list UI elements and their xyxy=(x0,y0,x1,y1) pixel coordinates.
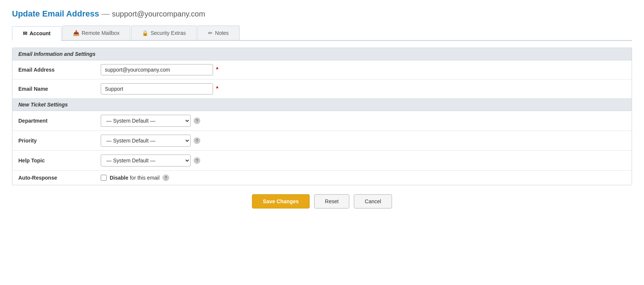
field-email-address: * xyxy=(101,64,218,75)
pencil-icon: ✏ xyxy=(208,30,213,36)
tab-remote-mailbox[interactable]: 📥 Remote Mailbox xyxy=(62,26,130,40)
tab-account[interactable]: ✉ Account xyxy=(12,26,61,41)
department-select[interactable]: — System Default — xyxy=(101,115,191,127)
section-header-email-info: Email Information and Settings xyxy=(12,48,632,60)
section-header-ticket-settings: New Ticket Settings xyxy=(12,99,632,111)
help-topic-select[interactable]: — System Default — xyxy=(101,154,191,166)
department-help-icon[interactable]: ? xyxy=(194,117,200,124)
form-container: Email Information and Settings Email Add… xyxy=(12,48,632,185)
tab-remote-mailbox-label: Remote Mailbox xyxy=(82,30,119,36)
reset-button[interactable]: Reset xyxy=(314,194,350,208)
tab-security-extras[interactable]: 🔒 Security Extras xyxy=(131,26,197,40)
email-subtitle: support@yourcompany.com xyxy=(112,10,205,18)
row-priority: Priority — System Default — ? xyxy=(12,131,632,151)
tab-bar: ✉ Account 📥 Remote Mailbox 🔒 Security Ex… xyxy=(12,26,632,41)
label-department: Department xyxy=(18,118,101,124)
field-help-topic: — System Default — ? xyxy=(101,154,200,166)
row-help-topic: Help Topic — System Default — ? xyxy=(12,151,632,171)
field-auto-response: Disable for this email ? xyxy=(101,174,169,181)
required-star-name: * xyxy=(216,86,218,92)
field-priority: — System Default — ? xyxy=(101,135,200,147)
auto-response-checkbox[interactable] xyxy=(101,175,107,181)
row-email-name: Email Name * xyxy=(12,80,632,99)
cancel-button[interactable]: Cancel xyxy=(354,194,392,208)
required-star-email: * xyxy=(216,66,218,73)
auto-response-checkbox-row: Disable for this email ? xyxy=(101,174,169,181)
title-separator: — xyxy=(101,9,110,18)
row-email-address: Email Address * xyxy=(12,60,632,80)
page-title: Update Email Address — support@yourcompa… xyxy=(12,9,632,19)
envelope-icon: ✉ xyxy=(23,30,27,36)
help-topic-help-icon[interactable]: ? xyxy=(194,157,200,164)
disable-label: Disable for this email xyxy=(110,175,160,181)
tab-notes-label: Notes xyxy=(215,30,229,36)
tab-account-label: Account xyxy=(30,30,51,36)
label-email-address: Email Address xyxy=(18,67,101,73)
priority-select[interactable]: — System Default — xyxy=(101,135,191,147)
label-priority: Priority xyxy=(18,138,101,144)
priority-help-icon[interactable]: ? xyxy=(194,137,200,144)
tab-security-extras-label: Security Extras xyxy=(151,30,186,36)
inbox-icon: 📥 xyxy=(73,30,79,36)
field-email-name: * xyxy=(101,83,218,94)
auto-response-help-icon[interactable]: ? xyxy=(162,174,169,181)
field-department: — System Default — ? xyxy=(101,115,200,127)
save-button[interactable]: Save Changes xyxy=(252,194,310,208)
label-help-topic: Help Topic xyxy=(18,158,101,164)
label-auto-response: Auto-Response xyxy=(18,175,101,181)
lock-icon: 🔒 xyxy=(142,30,148,36)
label-email-name: Email Name xyxy=(18,86,101,92)
title-text: Update Email Address xyxy=(12,9,99,18)
email-address-input[interactable] xyxy=(101,64,213,75)
button-bar: Save Changes Reset Cancel xyxy=(12,194,632,208)
email-name-input[interactable] xyxy=(101,83,213,94)
row-department: Department — System Default — ? xyxy=(12,111,632,131)
tab-notes[interactable]: ✏ Notes xyxy=(197,26,240,40)
row-auto-response: Auto-Response Disable for this email ? xyxy=(12,171,632,185)
